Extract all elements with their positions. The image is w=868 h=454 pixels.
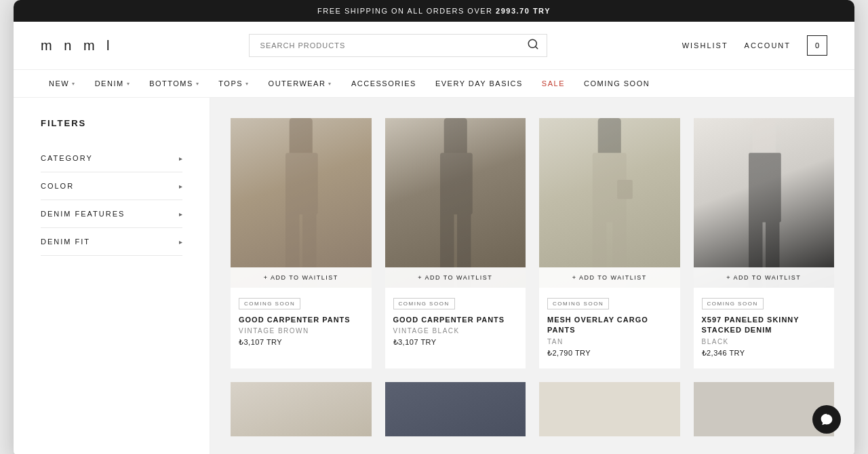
announcement-bar: FREE SHIPPING ON ALL ORDERS OVER 2993.70…: [14, 0, 854, 22]
chevron-down-icon: ▾: [72, 81, 76, 87]
filter-denim-features-label: DENIM FEATURES: [41, 210, 125, 218]
cart-count: 0: [815, 41, 819, 50]
product-card[interactable]: + ADD TO WAITLIST COMING SOON MESH OVERL…: [539, 118, 680, 368]
nav-item-everyday[interactable]: EVERY DAY BASICS: [427, 70, 531, 97]
add-to-waitlist-btn-1[interactable]: + ADD TO WAITLIST: [231, 267, 372, 288]
coming-soon-badge-4: COMING SOON: [702, 298, 764, 309]
wishlist-link[interactable]: WISHLIST: [682, 41, 728, 50]
svg-rect-16: [749, 153, 781, 222]
browser-window: FREE SHIPPING ON ALL ORDERS OVER 2993.70…: [14, 0, 854, 454]
nav-label-outerwear: OUTERWEAR: [269, 79, 326, 88]
filter-color[interactable]: COLOR ▸: [41, 172, 182, 200]
svg-rect-2: [290, 118, 313, 157]
products-grid: + ADD TO WAITLIST COMING SOON GOOD CARPE…: [231, 118, 834, 368]
chevron-down-icon: ▾: [328, 81, 332, 87]
product-name-4: X597 PANELED SKINNY STACKED DENIM: [702, 315, 827, 336]
nav-label-accessories: ACCESSORIES: [351, 79, 416, 88]
filter-color-arrow: ▸: [179, 183, 182, 190]
nav-item-accessories[interactable]: ACCESSORIES: [343, 70, 425, 97]
nav-item-sale[interactable]: SALE: [534, 70, 573, 97]
filter-category-arrow: ▸: [179, 155, 182, 162]
nav-item-coming-soon[interactable]: COMING SOON: [576, 70, 658, 97]
svg-rect-6: [443, 118, 467, 157]
filter-denim-features[interactable]: DENIM FEATURES ▸: [41, 200, 182, 228]
coming-soon-badge-1: COMING SOON: [239, 298, 300, 309]
preview-card-4[interactable]: [694, 382, 835, 436]
add-to-waitlist-btn-2[interactable]: + ADD TO WAITLIST: [385, 267, 526, 288]
filter-category[interactable]: CATEGORY ▸: [41, 145, 182, 172]
product-name-2: GOOD CARPENTER PANTS: [393, 315, 518, 325]
filter-denim-fit[interactable]: DENIM FIT ▸: [41, 228, 182, 256]
account-link[interactable]: ACCOUNT: [745, 41, 791, 50]
coming-soon-badge-2: COMING SOON: [393, 298, 455, 309]
search-wrapper: [249, 34, 547, 57]
product-price-2: ₺3,107 TRY: [393, 338, 518, 347]
product-image-1: + ADD TO WAITLIST: [231, 118, 372, 288]
search-icon[interactable]: [527, 38, 539, 53]
filters-title: FILTERS: [41, 118, 182, 128]
nav-item-tops[interactable]: TOPS ▾: [210, 70, 257, 97]
product-image-3: + ADD TO WAITLIST: [539, 118, 680, 288]
nav-item-new[interactable]: NEW ▾: [41, 70, 84, 97]
product-info-3: COMING SOON MESH OVERLAY CARGO PANTS TAN…: [539, 288, 680, 368]
bottom-preview-row: [231, 382, 834, 436]
header-actions: WISHLIST ACCOUNT 0: [682, 35, 827, 56]
preview-card-3[interactable]: [539, 382, 680, 436]
nav-item-denim[interactable]: DENIM ▾: [87, 70, 138, 97]
product-card[interactable]: + ADD TO WAITLIST COMING SOON GOOD CARPE…: [385, 118, 526, 368]
preview-card-1[interactable]: [231, 382, 372, 436]
filter-denim-fit-arrow: ▸: [179, 238, 182, 246]
nav-label-bottoms: BOTTOMS: [149, 79, 193, 88]
nav-label-everyday: EVERY DAY BASICS: [435, 79, 523, 88]
filter-denim-features-arrow: ▸: [179, 210, 182, 218]
chat-bubble-button[interactable]: [812, 405, 841, 434]
product-color-1: VINTAGE BROWN: [239, 327, 363, 335]
cart-button[interactable]: 0: [807, 35, 827, 56]
announcement-text: FREE SHIPPING ON ALL ORDERS OVER: [317, 7, 496, 15]
add-to-waitlist-btn-3[interactable]: + ADD TO WAITLIST: [539, 267, 680, 288]
chevron-down-icon: ▾: [196, 81, 200, 87]
chevron-down-icon: ▾: [127, 81, 131, 87]
product-price-4: ₺2,346 TRY: [702, 349, 827, 358]
nav-label-tops: TOPS: [218, 79, 243, 88]
product-color-2: VINTAGE BLACK: [393, 327, 518, 335]
logo[interactable]: m n m l: [41, 38, 114, 54]
nav-item-bottoms[interactable]: BOTTOMS ▾: [141, 70, 208, 97]
nav-label-sale: SALE: [542, 79, 565, 88]
filter-color-label: COLOR: [41, 182, 74, 190]
preview-card-2[interactable]: [385, 382, 526, 436]
product-price-1: ₺3,107 TRY: [239, 338, 363, 347]
chevron-down-icon: ▾: [245, 81, 250, 87]
product-image-2: + ADD TO WAITLIST: [385, 118, 526, 288]
svg-rect-3: [285, 153, 318, 214]
main-content: FILTERS CATEGORY ▸ COLOR ▸ DENIM FEATURE…: [14, 98, 854, 454]
header: m n m l WISHLIST ACCOUNT 0: [14, 22, 854, 70]
product-name-1: GOOD CARPENTER PANTS: [239, 315, 363, 325]
svg-line-1: [535, 46, 537, 48]
nav-label-coming-soon: COMING SOON: [584, 79, 650, 88]
product-card[interactable]: + ADD TO WAITLIST COMING SOON GOOD CARPE…: [231, 118, 372, 368]
sidebar-filters: FILTERS CATEGORY ▸ COLOR ▸ DENIM FEATURE…: [14, 98, 210, 454]
svg-rect-10: [598, 118, 621, 157]
product-image-4: + ADD TO WAITLIST: [694, 118, 835, 288]
nav-label-denim: DENIM: [95, 79, 124, 88]
products-area: + ADD TO WAITLIST COMING SOON GOOD CARPE…: [210, 98, 854, 454]
svg-rect-7: [440, 153, 473, 214]
main-nav: NEW ▾ DENIM ▾ BOTTOMS ▾ TOPS ▾ OUTERWEAR…: [14, 70, 854, 98]
product-price-3: ₺2,790 TRY: [547, 349, 672, 358]
nav-label-new: NEW: [49, 79, 69, 88]
svg-rect-14: [617, 180, 633, 199]
product-color-3: TAN: [547, 338, 672, 345]
add-to-waitlist-btn-4[interactable]: + ADD TO WAITLIST: [694, 267, 835, 288]
filter-denim-fit-label: DENIM FIT: [41, 238, 90, 246]
announcement-threshold: 2993.70 TRY: [496, 7, 551, 15]
product-info-1: COMING SOON GOOD CARPENTER PANTS VINTAGE…: [231, 288, 372, 358]
svg-rect-15: [752, 118, 775, 157]
search-input[interactable]: [249, 34, 547, 57]
product-card[interactable]: + ADD TO WAITLIST COMING SOON X597 PANEL…: [694, 118, 835, 368]
nav-item-outerwear[interactable]: OUTERWEAR ▾: [260, 70, 340, 97]
coming-soon-badge-3: COMING SOON: [547, 298, 609, 309]
product-name-3: MESH OVERLAY CARGO PANTS: [547, 315, 672, 336]
product-info-2: COMING SOON GOOD CARPENTER PANTS VINTAGE…: [385, 288, 526, 358]
product-info-4: COMING SOON X597 PANELED SKINNY STACKED …: [694, 288, 835, 368]
